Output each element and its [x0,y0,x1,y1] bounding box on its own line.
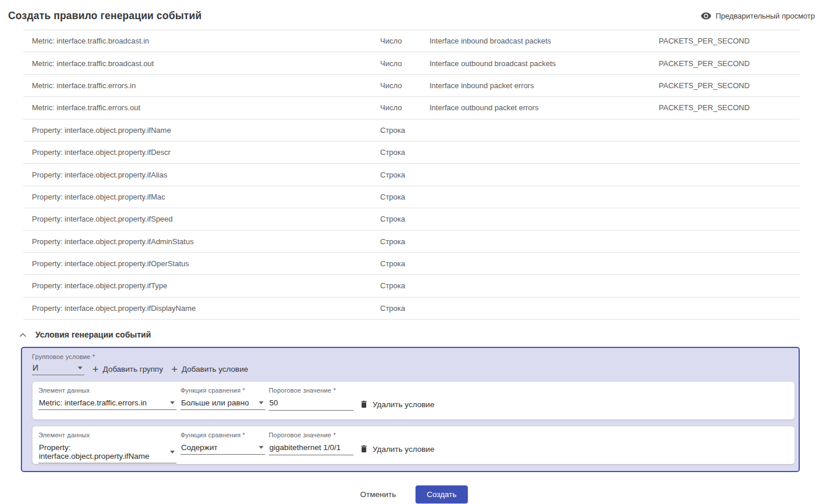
delete-condition-button[interactable]: Удалить условие [359,399,789,409]
table-row: Metric: interface.traffic.broadcast.out … [23,52,800,74]
table-row: Metric: interface.traffic.broadcast.in Ч… [23,30,800,52]
eye-icon [701,10,712,21]
data-item-unit: PACKETS_PER_SECOND [659,81,800,90]
threshold-label: Пороговое значение * [269,387,359,394]
table-row: Metric: interface.traffic.errors.in Числ… [23,75,800,97]
page-title: Создать правило генерации событий [8,10,202,22]
conditions-section-header: Условия генерации событий [19,330,823,339]
data-item-unit: PACKETS_PER_SECOND [659,59,800,68]
element-label: Элемент данных [38,387,181,394]
table-row: Property: interface.object.property.ifMa… [23,186,800,208]
data-item-name: Metric: interface.traffic.errors.in [32,81,380,90]
condition-element-field: Элемент данных Metric: interface.traffic… [38,387,181,410]
data-item-unit: PACKETS_PER_SECOND [659,103,800,112]
add-group-button-label: Добавить группу [103,365,163,374]
data-item-name: Property: interface.object.property.ifAl… [32,171,380,179]
add-condition-button-label: Добавить условие [182,365,248,374]
threshold-label: Пороговое значение * [269,432,359,438]
condition-function-field: Функция сравнения * Содержит [181,432,269,455]
data-item-type: Число [380,103,429,112]
function-value: Больше или равно [181,398,249,407]
dropdown-arrow-icon [259,401,263,404]
table-row: Property: interface.object.property.ifOp… [23,253,800,275]
data-item-name: Metric: interface.traffic.errors.out [32,103,380,112]
cancel-button[interactable]: Отменить [356,486,401,503]
table-row: Property: interface.object.property.ifDe… [23,142,800,164]
data-item-type: Число [380,59,429,68]
dropdown-arrow-icon [170,451,175,454]
condition-element-field: Элемент данных Property: interface.objec… [38,432,181,463]
threshold-input[interactable]: 50 [269,397,353,411]
condition-threshold-field: Пороговое значение * gigabitethernet 1/0… [269,432,359,455]
data-item-type: Строка [380,215,429,223]
condition-card: Элемент данных Property: interface.objec… [32,426,795,465]
create-button[interactable]: Создать [416,485,467,503]
plus-icon: + [92,365,99,374]
data-item-description: Interface inbound packet errors [429,81,659,90]
preview-button-label: Предварительный просмотр [716,12,815,20]
function-label: Функция сравнения * [181,432,269,438]
element-label: Элемент данных [38,432,181,438]
data-item-type: Строка [380,126,429,135]
add-group-button[interactable]: + Добавить группу [92,365,163,375]
table-row: Property: interface.object.property.ifDi… [23,298,800,320]
table-row: Metric: interface.traffic.errors.out Чис… [23,97,800,119]
data-item-name: Metric: interface.traffic.broadcast.out [32,59,380,68]
data-item-type: Строка [380,259,429,268]
table-row: Property: interface.object.property.ifAd… [23,231,800,253]
condition-threshold-field: Пороговое значение * 50 [269,387,359,411]
data-item-type: Число [380,37,429,45]
data-item-type: Строка [380,237,429,246]
condition-group-panel: Групповое условие * И + Добавить группу … [21,347,800,472]
conditions-section-title: Условия генерации событий [35,330,151,339]
element-select[interactable]: Property: interface.object.property.ifNa… [38,442,176,463]
page-header: Создать правило генерации событий Предва… [0,0,823,30]
add-condition-button[interactable]: + Добавить условие [171,365,248,375]
delete-condition-label: Удалить условие [373,400,434,409]
data-item-name: Property: interface.object.property.ifAd… [32,237,380,246]
footer-actions: Отменить Создать [0,485,823,503]
table-row: Property: interface.object.property.ifSp… [23,208,800,230]
data-item-name: Property: interface.object.property.ifDi… [32,304,380,313]
group-condition-value: И [33,363,38,372]
data-items-table: Metric: interface.traffic.broadcast.in Ч… [23,30,800,320]
chevron-up-icon[interactable] [19,332,27,338]
plus-icon: + [171,365,178,374]
data-item-name: Property: interface.object.property.ifNa… [32,126,380,135]
data-item-type: Строка [380,193,429,201]
data-item-unit: PACKETS_PER_SECOND [659,37,800,45]
preview-button[interactable]: Предварительный просмотр [701,10,815,21]
data-item-name: Metric: interface.traffic.broadcast.in [32,37,380,45]
table-row: Property: interface.object.property.ifNa… [23,119,800,142]
trash-icon [359,399,369,409]
data-item-description: Interface outbound packet errors [429,103,659,112]
table-row: Property: interface.object.property.ifAl… [23,164,800,186]
data-item-type: Строка [380,148,429,157]
data-item-name: Property: interface.object.property.ifOp… [32,259,380,268]
data-item-description: Interface outbound broadcast packets [429,59,659,68]
data-item-type: Число [380,81,429,90]
element-value: Metric: interface.traffic.errors.in [39,398,147,407]
delete-condition-button[interactable]: Удалить условие [359,444,789,454]
threshold-input[interactable]: gigabitethernet 1/0/1 [269,442,353,455]
data-item-type: Строка [380,171,429,179]
function-value: Содержит [181,443,218,452]
group-condition-select[interactable]: И [32,362,84,375]
element-value: Property: interface.object.property.ifNa… [39,443,167,461]
condition-function-field: Функция сравнения * Больше или равно [181,387,269,410]
condition-card: Элемент данных Metric: interface.traffic… [32,381,795,420]
data-item-type: Строка [380,304,429,313]
dropdown-arrow-icon [78,367,82,369]
group-condition-row: И + Добавить группу + Добавить условие [32,362,795,375]
table-row: Property: interface.object.property.ifTy… [23,275,800,297]
trash-icon [359,444,369,454]
data-item-name: Property: interface.object.property.ifMa… [32,193,380,201]
data-item-name: Property: interface.object.property.ifSp… [32,215,380,223]
data-item-name: Property: interface.object.property.ifTy… [32,281,380,290]
dropdown-arrow-icon [170,401,175,404]
element-select[interactable]: Metric: interface.traffic.errors.in [38,397,176,410]
function-select[interactable]: Содержит [181,442,265,455]
group-condition-label: Групповое условие * [32,353,795,360]
function-select[interactable]: Больше или равно [181,397,265,410]
data-item-description: Interface inbound broadcast packets [429,37,659,45]
